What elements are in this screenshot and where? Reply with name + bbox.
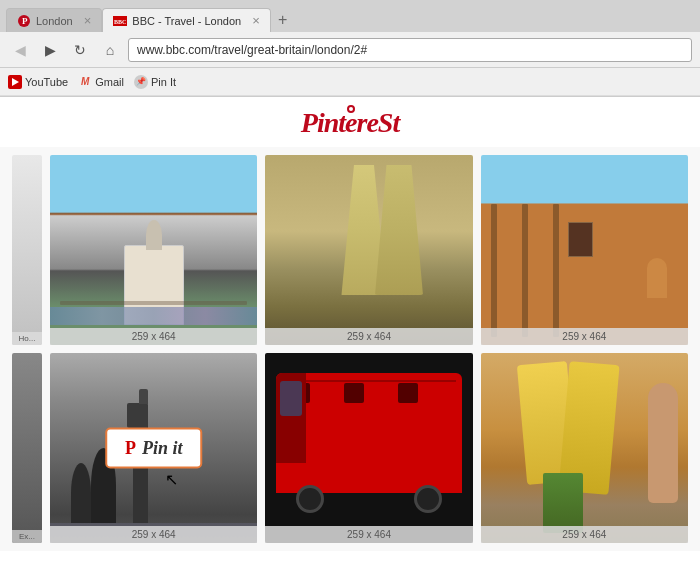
- bookmark-gmail-label: Gmail: [95, 76, 124, 88]
- refresh-button[interactable]: ↻: [68, 38, 92, 62]
- tab-close-bbc[interactable]: ×: [246, 14, 260, 27]
- grid-cell-building[interactable]: 259 x 464: [481, 155, 688, 345]
- grid-row-1: Ho... 259 x 464 259 x 464: [12, 155, 688, 345]
- tab-title-bbc: BBC - Travel - London: [132, 15, 241, 27]
- pinit-button[interactable]: P Pin it: [105, 428, 203, 469]
- bookmark-youtube-label: YouTube: [25, 76, 68, 88]
- partial-left-col-2: Ex...: [12, 353, 42, 543]
- tab-bar: P London × BBC BBC - Travel - London × +: [0, 0, 700, 32]
- new-tab-button[interactable]: +: [271, 8, 295, 32]
- partial-left-col-1: Ho...: [12, 155, 42, 345]
- image-grid: Ho... 259 x 464 259 x 464: [0, 147, 700, 551]
- grid-cell-bus[interactable]: 259 x 464: [265, 353, 472, 543]
- bookmark-gmail[interactable]: M Gmail: [78, 75, 124, 89]
- youtube-icon: [8, 75, 22, 89]
- pinit-p-icon: P: [125, 438, 136, 459]
- pinterest-header: PintereSt: [0, 97, 700, 147]
- pinit-bookmark-icon: 📌: [134, 75, 148, 89]
- partial-left-label-1: Ho...: [12, 332, 42, 345]
- tab-london[interactable]: P London ×: [6, 8, 102, 32]
- back-button[interactable]: ◀: [8, 38, 32, 62]
- cell-label-dress: 259 x 464: [265, 328, 472, 345]
- cell-label-bw: 259 x 464: [50, 526, 257, 543]
- pinit-button-label: Pin it: [142, 438, 183, 459]
- grid-cell-bw[interactable]: P Pin it ↖ 259 x 464: [50, 353, 257, 543]
- browser-chrome: P London × BBC BBC - Travel - London × +…: [0, 0, 700, 97]
- grid-row-2: Ex... P Pin it ↖: [12, 353, 688, 543]
- home-button[interactable]: ⌂: [98, 38, 122, 62]
- svg-text:BBC: BBC: [114, 19, 126, 25]
- youtube-play-icon: [12, 78, 19, 86]
- pinterest-logo: PintereSt: [0, 107, 700, 139]
- grid-cell-dress[interactable]: 259 x 464: [265, 155, 472, 345]
- bookmarks-bar: YouTube M Gmail 📌 Pin It: [0, 68, 700, 96]
- tab-close-london[interactable]: ×: [78, 14, 92, 27]
- tab-favicon-bbc: BBC: [113, 14, 127, 28]
- gmail-icon: M: [78, 75, 92, 89]
- bookmark-pinit[interactable]: 📌 Pin It: [134, 75, 176, 89]
- partial-left-label-2: Ex...: [12, 530, 42, 543]
- cell-label-bus: 259 x 464: [265, 526, 472, 543]
- grid-cell-trafalgar[interactable]: 259 x 464: [50, 155, 257, 345]
- grid-cell-flowers[interactable]: 259 x 464: [481, 353, 688, 543]
- page-content: PintereSt Ho... 259 x 464: [0, 97, 700, 587]
- cell-label-trafalgar: 259 x 464: [50, 328, 257, 345]
- cursor-icon: ↖: [165, 470, 178, 489]
- tab-favicon-pinterest: P: [17, 14, 31, 28]
- forward-button[interactable]: ▶: [38, 38, 62, 62]
- bookmark-youtube[interactable]: YouTube: [8, 75, 68, 89]
- svg-text:P: P: [22, 16, 28, 26]
- cell-label-building: 259 x 464: [481, 328, 688, 345]
- tab-title-london: London: [36, 15, 73, 27]
- address-input[interactable]: [128, 38, 692, 62]
- tab-bbc[interactable]: BBC BBC - Travel - London ×: [102, 8, 270, 32]
- address-bar: ◀ ▶ ↻ ⌂: [0, 32, 700, 68]
- bookmark-pinit-label: Pin It: [151, 76, 176, 88]
- pinit-button-overlay: P Pin it ↖: [105, 428, 203, 469]
- cell-label-flowers: 259 x 464: [481, 526, 688, 543]
